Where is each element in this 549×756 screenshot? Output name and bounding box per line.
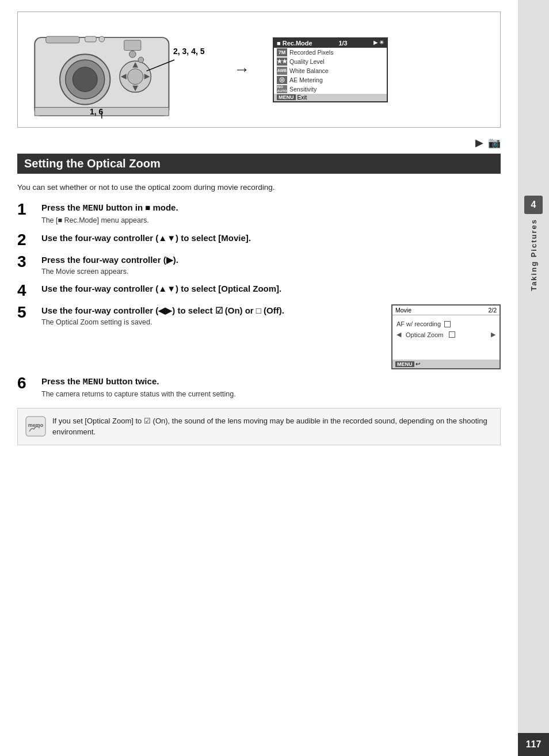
menu-item-4: ISOAUTO Sensitivity — [274, 85, 387, 94]
intro-text: You can set whether or not to use the op… — [17, 182, 501, 193]
step-4: 4 Use the four-way controller (▲▼) to se… — [17, 282, 501, 299]
main-content: 2, 3, 4, 5 1, 6 → ■ Rec.Mode 1/3 ▶ ☀ 7M … — [0, 0, 518, 756]
menu-item-0: 7M Recorded Pixels — [274, 48, 387, 57]
video-icon: ▶ — [475, 136, 483, 149]
big-arrow: → — [234, 60, 250, 79]
af-checkbox — [444, 321, 451, 327]
step-5: 5 Use the four-way controller (◀▶) to se… — [17, 304, 382, 369]
memo-icon: memo — [25, 415, 47, 437]
tab-number: 4 — [524, 196, 543, 214]
step-4-main: Use the four-way controller (▲▼) to sele… — [41, 282, 501, 295]
step-2-main: Use the four-way controller (▲▼) to sele… — [41, 232, 501, 244]
icon-ae: ◎ — [277, 76, 287, 84]
menu-item-3: ◎ AE Metering — [274, 75, 387, 85]
menu-key: MENU — [277, 94, 296, 100]
menu-extra: ▶ ☀ — [373, 40, 384, 47]
step-5-sub: The Optical Zoom setting is saved. — [41, 318, 382, 328]
icon-iso: ISOAUTO — [277, 85, 287, 93]
svg-point-6 — [99, 36, 105, 42]
icon-7m: 7M — [277, 48, 287, 56]
step-1-sub: The [■ Rec.Mode] menu appears. — [41, 216, 501, 226]
svg-point-3 — [73, 67, 97, 92]
movie-menu-key: MENU — [395, 361, 414, 367]
movie-screen-container: Movie 2/2 AF w/ recording ◀ Optical Zoom… — [391, 304, 501, 369]
illustration-box: 2, 3, 4, 5 1, 6 → ■ Rec.Mode 1/3 ▶ ☀ 7M … — [17, 12, 501, 128]
step-1-main: Press the MENU button in ■ mode. — [41, 201, 501, 215]
zoom-checkbox — [449, 331, 455, 338]
menu-title-bar: ■ Rec.Mode 1/3 ▶ ☀ — [274, 39, 387, 48]
menu-item-1: ★★ Quality Level — [274, 57, 387, 66]
camera-icon: 📷 — [488, 136, 501, 149]
label-16: 1, 6 — [90, 107, 103, 116]
step-3-sub: The Movie screen appears. — [41, 267, 501, 277]
step-6: 6 Press the MENU button twice. The camer… — [17, 375, 501, 400]
right-arrow-icon: ▶ — [491, 331, 495, 338]
icon-star: ★★ — [277, 58, 287, 66]
menu-camera-icon: ■ Rec.Mode — [277, 40, 312, 47]
svg-rect-16 — [124, 40, 141, 50]
page-number: 117 — [518, 733, 549, 756]
movie-screen: Movie 2/2 AF w/ recording ◀ Optical Zoom… — [391, 304, 501, 369]
svg-point-13 — [129, 51, 136, 58]
svg-point-14 — [138, 57, 144, 63]
movie-footer: MENU ↩ — [392, 360, 500, 368]
svg-rect-4 — [46, 36, 79, 43]
section-heading: Setting the Optical Zoom — [17, 154, 501, 174]
movie-item-zoom: ◀ Optical Zoom ▶ — [392, 329, 500, 340]
step-2: 2 Use the four-way controller (▲▼) to se… — [17, 232, 501, 248]
menu-page: 1/3 — [338, 40, 347, 47]
step-3-main: Press the four-way controller (▶). — [41, 254, 501, 266]
tab-label: Taking Pictures — [529, 219, 538, 291]
menu-footer: MENU Exit — [274, 94, 387, 101]
step-5-layout: 5 Use the four-way controller (◀▶) to se… — [17, 304, 501, 369]
right-tab: 4 Taking Pictures 117 — [518, 0, 549, 756]
svg-rect-5 — [85, 36, 96, 42]
movie-item-af: AF w/ recording — [392, 319, 500, 329]
step-5-main: Use the four-way controller (◀▶) to sele… — [41, 304, 382, 316]
step-6-main: Press the MENU button twice. — [41, 375, 501, 388]
camera-diagram: 2, 3, 4, 5 1, 6 — [26, 21, 211, 119]
movie-title-bar: Movie 2/2 — [392, 306, 500, 315]
menu-screen: ■ Rec.Mode 1/3 ▶ ☀ 7M Recorded Pixels ★★… — [273, 37, 388, 102]
step-6-sub: The camera returns to capture status wit… — [41, 390, 501, 400]
label-2345: 2, 3, 4, 5 — [173, 47, 204, 56]
icon-awb: AWB — [277, 67, 287, 75]
memo-text: If you set [Optical Zoom] to ☑ (On), the… — [52, 417, 487, 437]
svg-point-8 — [128, 69, 143, 85]
step-1: 1 Press the MENU button in ■ mode. The [… — [17, 201, 501, 226]
icons-row: ▶ 📷 — [17, 136, 501, 149]
step-3: 3 Press the four-way controller (▶). The… — [17, 254, 501, 277]
menu-item-2: AWB White Balance — [274, 66, 387, 75]
memo-box: memo If you set [Optical Zoom] to ☑ (On)… — [17, 408, 501, 445]
